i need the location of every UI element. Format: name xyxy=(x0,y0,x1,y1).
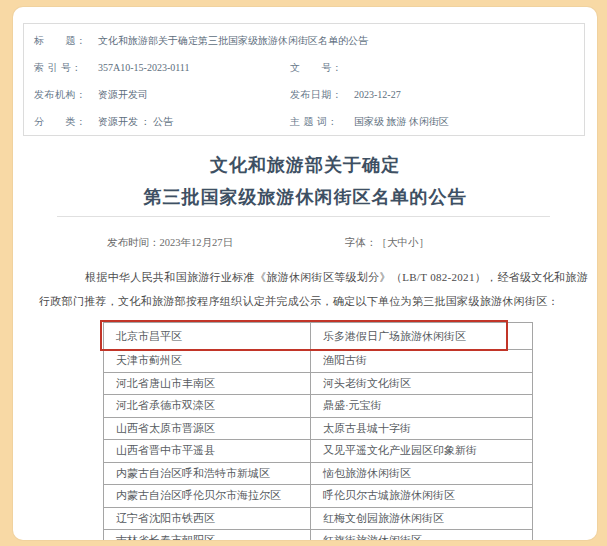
table-row: 山西省太原市晋源区 太原古县城十字街 xyxy=(104,417,533,440)
region-cell: 内蒙古自治区呼伦贝尔市海拉尔区 xyxy=(104,485,311,508)
meta-field-agency: 发布机构：资源开发司 xyxy=(24,81,148,108)
table-row: 辽宁省沈阳市铁西区 红梅文创园旅游休闲街区 xyxy=(104,507,533,530)
region-cell: 山西省太原市晋源区 xyxy=(104,417,311,440)
region-cell: 北京市昌平区 xyxy=(104,323,311,350)
table-row: 河北省承德市双滦区 鼎盛·元宝街 xyxy=(104,395,533,418)
page-title-line1: 文化和旅游部关于确定 xyxy=(210,155,400,175)
meta-field-title: 标 题：文化和旅游部关于确定第三批国家级旅游休闲街区名单的公告 xyxy=(24,27,368,54)
district-cell: 红梅文创园旅游休闲街区 xyxy=(311,507,533,530)
publish-time-label: 发布时间： xyxy=(107,237,160,248)
meta-field-doc-no: 文 号： xyxy=(290,54,354,81)
meta-pub-date-value: 2023-12-27 xyxy=(354,89,401,100)
street-district-table-wrap: 北京市昌平区 乐多港假日广场旅游休闲街区 天津市蓟州区 渔阳古街 河北省唐山市丰… xyxy=(103,322,506,540)
district-cell: 恼包旅游休闲街区 xyxy=(311,462,533,485)
meta-row-title: 标 题：文化和旅游部关于确定第三批国家级旅游休闲街区名单的公告 xyxy=(24,27,584,54)
district-cell: 又见平遥文化产业园区印象新街 xyxy=(311,440,533,463)
meta-agency-value: 资源开发司 xyxy=(98,89,148,100)
meta-category-value: 资源开发 ： 公告 xyxy=(98,116,173,127)
meta-row-agency: 发布机构：资源开发司 发布日期：2023-12-27 xyxy=(24,81,584,108)
region-cell: 河北省承德市双滦区 xyxy=(104,395,311,418)
meta-field-pub-date: 发布日期：2023-12-27 xyxy=(290,81,401,108)
meta-field-keywords: 主 题 词：国家级 旅游 休闲街区 xyxy=(290,108,449,135)
region-cell: 吉林省长春市朝阳区 xyxy=(104,530,311,541)
region-cell: 辽宁省沈阳市铁西区 xyxy=(104,507,311,530)
meta-title-label: 标 题： xyxy=(34,27,88,54)
meta-doc-no-label: 文 号： xyxy=(290,54,344,81)
publish-time-value: 2023年12月27日 xyxy=(160,237,234,248)
publish-info-row: 发布时间：2023年12月27日 字体：［大中小］ xyxy=(13,236,597,250)
table-row: 山西省晋中市平遥县 又见平遥文化产业园区印象新街 xyxy=(104,440,533,463)
district-cell: 渔阳古街 xyxy=(311,350,533,373)
metadata-box: 标 题：文化和旅游部关于确定第三批国家级旅游休闲街区名单的公告 索 引 号：35… xyxy=(23,23,585,136)
font-size-switcher[interactable]: 字体：［大中小］ xyxy=(345,236,429,250)
meta-index-value: 357A10-15-2023-0111 xyxy=(98,62,189,73)
district-cell: 乐多港假日广场旅游休闲街区 xyxy=(311,323,533,350)
font-size-options[interactable]: ［大中小］ xyxy=(377,237,430,248)
font-size-label: 字体： xyxy=(345,237,377,248)
meta-row-index: 索 引 号：357A10-15-2023-0111 文 号： xyxy=(24,54,584,81)
region-cell: 天津市蓟州区 xyxy=(104,350,311,373)
district-cell: 太原古县城十字街 xyxy=(311,417,533,440)
meta-keywords-value: 国家级 旅游 休闲街区 xyxy=(354,116,449,127)
document-card: 标 题：文化和旅游部关于确定第三批国家级旅游休闲街区名单的公告 索 引 号：35… xyxy=(13,7,597,540)
page-title: 文化和旅游部关于确定 第三批国家级旅游休闲街区名单的公告 xyxy=(13,149,597,213)
table-row: 北京市昌平区 乐多港假日广场旅游休闲街区 xyxy=(104,323,533,350)
region-cell: 山西省晋中市平遥县 xyxy=(104,440,311,463)
meta-title-value: 文化和旅游部关于确定第三批国家级旅游休闲街区名单的公告 xyxy=(98,35,368,46)
table-row: 内蒙古自治区呼伦贝尔市海拉尔区 呼伦贝尔古城旅游休闲街区 xyxy=(104,485,533,508)
meta-category-label: 分 类： xyxy=(34,108,88,135)
region-cell: 河北省唐山市丰南区 xyxy=(104,372,311,395)
meta-row-category: 分 类：资源开发 ： 公告 主 题 词：国家级 旅游 休闲街区 xyxy=(24,108,584,135)
meta-index-label: 索 引 号： xyxy=(34,54,88,81)
district-cell: 鼎盛·元宝街 xyxy=(311,395,533,418)
district-cell: 红旗街旅游休闲街区 xyxy=(311,530,533,541)
table-row: 吉林省长春市朝阳区 红旗街旅游休闲街区 xyxy=(104,530,533,541)
meta-field-index-no: 索 引 号：357A10-15-2023-0111 xyxy=(24,54,189,81)
meta-pub-date-label: 发布日期： xyxy=(290,81,344,108)
table-row: 天津市蓟州区 渔阳古街 xyxy=(104,350,533,373)
meta-keywords-label: 主 题 词： xyxy=(290,108,344,135)
meta-field-category: 分 类：资源开发 ： 公告 xyxy=(24,108,173,135)
meta-agency-label: 发布机构： xyxy=(34,81,88,108)
title-divider xyxy=(57,216,550,217)
announcement-paragraph: 根据中华人民共和国旅游行业标准《旅游休闲街区等级划分》（LB/T 082-202… xyxy=(39,265,588,313)
street-district-table: 北京市昌平区 乐多港假日广场旅游休闲街区 天津市蓟州区 渔阳古街 河北省唐山市丰… xyxy=(103,322,533,540)
district-cell: 河头老街文化街区 xyxy=(311,372,533,395)
region-cell: 内蒙古自治区呼和浩特市新城区 xyxy=(104,462,311,485)
page-title-line2: 第三批国家级旅游休闲街区名单的公告 xyxy=(144,187,467,207)
publish-time: 发布时间：2023年12月27日 xyxy=(107,236,233,250)
table-row: 内蒙古自治区呼和浩特市新城区 恼包旅游休闲街区 xyxy=(104,462,533,485)
table-row: 河北省唐山市丰南区 河头老街文化街区 xyxy=(104,372,533,395)
district-cell: 呼伦贝尔古城旅游休闲街区 xyxy=(311,485,533,508)
